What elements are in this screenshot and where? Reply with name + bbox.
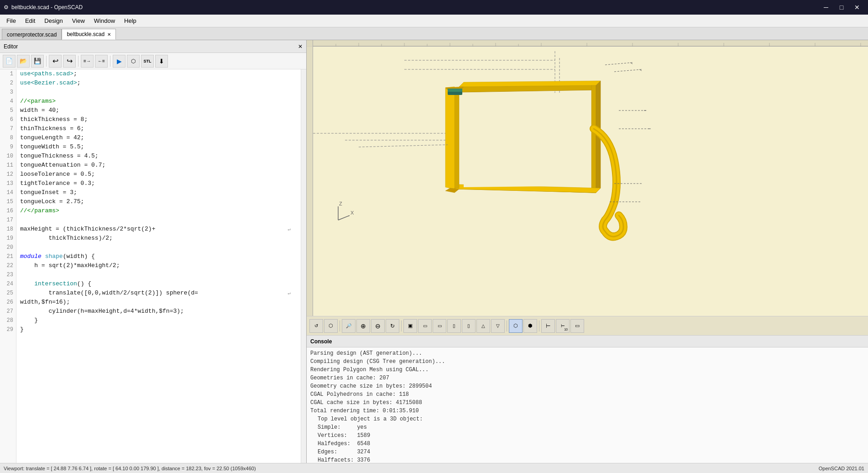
line-num-12: 12 <box>0 170 13 179</box>
console-content: Parsing design (AST generation)... Compi… <box>307 347 868 463</box>
code-line-4: //<params> <box>20 97 297 106</box>
code-line-15: tongueLock = 2.75; <box>20 197 297 206</box>
console-line-4: Geometries in cache: 207 <box>310 374 864 382</box>
unindent-button[interactable]: ←≡ <box>95 55 108 68</box>
line-num-28: 28 <box>0 316 13 325</box>
line-num-4: 4 <box>0 97 13 106</box>
open-button[interactable]: 📂 <box>17 55 30 68</box>
vp-left[interactable]: ▯ <box>447 319 461 333</box>
vp-persp[interactable]: ⊢10 <box>556 319 570 333</box>
vp-rotate[interactable]: ↻ <box>386 319 399 333</box>
new-button[interactable]: 📄 <box>3 55 16 68</box>
editor-close-icon[interactable]: ✕ <box>298 43 303 50</box>
preview-button[interactable]: ▶ <box>113 55 125 68</box>
menu-edit[interactable]: Edit <box>21 16 40 26</box>
statusbar: Viewport: translate = [ 24.88 7.76 6.74 … <box>0 463 868 473</box>
redo-button[interactable]: ↪ <box>63 55 76 68</box>
code-line-14: tongueInset = 3; <box>20 188 297 197</box>
line-num-6: 6 <box>0 115 13 124</box>
vp-back[interactable]: ▭ <box>433 319 446 333</box>
app-icon: ⚙ <box>4 4 9 11</box>
vp-sep-2 <box>401 321 402 331</box>
close-button[interactable]: ✕ <box>850 0 864 15</box>
line-num-8: 8 <box>0 133 13 142</box>
separator-2 <box>78 56 78 67</box>
export-stl-button[interactable]: STL <box>141 55 154 68</box>
menu-design[interactable]: Design <box>40 16 67 26</box>
console-panel: Console Parsing design (AST generation).… <box>307 335 868 463</box>
code-line-23 <box>20 270 297 279</box>
code-line-6: thickThickness = 8; <box>20 115 297 124</box>
code-area: 1 2 3 4 5 6 7 8 9 10 11 12 13 14 15 16 1… <box>0 69 306 463</box>
scroll-track[interactable] <box>301 69 306 463</box>
menu-window[interactable]: Window <box>89 16 120 26</box>
vp-3d-view[interactable]: ⬡ <box>324 319 338 333</box>
undo-button[interactable]: ↩ <box>49 55 62 68</box>
line-num-26: 26 <box>0 298 13 307</box>
separator-3 <box>110 56 110 67</box>
export-button[interactable]: ⬇ <box>155 55 168 68</box>
console-line-7: CGAL cache size in bytes: 41715088 <box>310 399 864 407</box>
code-line-22: h = sqrt(2)*maxHeight/2; <box>20 261 297 270</box>
tab-cornerprotector[interactable]: cornerprotector.scad <box>2 29 62 40</box>
code-line-7: thinThickness = 6; <box>20 124 297 133</box>
code-line-13: tightTolerance = 0.3; <box>20 179 297 188</box>
code-line-28: } <box>20 316 297 325</box>
vp-bottom[interactable]: ▽ <box>491 319 505 333</box>
code-line-19: thickThickness)/2; <box>20 234 297 243</box>
line-num-2: 2 <box>0 79 13 88</box>
line-numbers: 1 2 3 4 5 6 7 8 9 10 11 12 13 14 15 16 1… <box>0 69 16 463</box>
save-button[interactable]: 💾 <box>31 55 44 68</box>
vp-right[interactable]: ▯ <box>462 319 476 333</box>
code-line-5: width = 40; <box>20 106 297 115</box>
vp-sep-3 <box>507 321 507 331</box>
code-line-2: use <Bezier.scad>; <box>20 79 297 88</box>
vp-size[interactable]: ▭ <box>570 319 584 333</box>
3d-viewport[interactable]: X Z ↺ ⬡ 🔎 ⊕ ⊖ ↻ ▣ ▭ ▭ ▯ ▯ △ <box>307 40 868 335</box>
code-line-10: tongueThickness = 4.5; <box>20 152 297 161</box>
render-button[interactable]: ⬡ <box>127 55 140 68</box>
code-line-9: tongueWidth = 5.5; <box>20 142 297 152</box>
code-line-12: looseTolerance = 0.5; <box>20 170 297 179</box>
vp-render-wireframe[interactable]: ⬢ <box>523 319 537 333</box>
vp-top[interactable]: △ <box>476 319 490 333</box>
code-line-24: ▼ intersection() { <box>20 279 297 289</box>
statusbar-viewport-info: Viewport: translate = [ 24.88 7.76 6.74 … <box>4 466 256 471</box>
code-line-8: tongueLength = 42; <box>20 133 297 142</box>
code-line-21: ▼ module shape(width) { <box>20 252 297 261</box>
vp-front[interactable]: ▭ <box>418 319 432 333</box>
vp-ortho[interactable]: ⊢ <box>541 319 555 333</box>
menu-help[interactable]: Help <box>120 16 141 26</box>
tab-beltbuckle[interactable]: beltbuckle.scad ✕ <box>62 29 116 40</box>
vp-view-all[interactable]: ▣ <box>403 319 417 333</box>
vp-reset-view[interactable]: ↺ <box>309 319 323 333</box>
line-num-29: 29 <box>0 325 13 334</box>
titlebar-controls: ─ □ ✕ <box>819 0 864 15</box>
vp-zoom-in[interactable]: ⊕ <box>356 319 370 333</box>
code-line-20 <box>20 243 297 252</box>
vp-zoom-out[interactable]: ⊖ <box>371 319 385 333</box>
line-num-15: 15 <box>0 197 13 206</box>
vp-zoom-sel[interactable]: 🔎 <box>342 319 356 333</box>
ruler-horizontal <box>307 40 868 47</box>
code-line-18: maxHeight = (thickThickness/2*sqrt(2)+ ↵ <box>20 225 297 234</box>
console-line-11: Vertices: 1589 <box>310 431 864 440</box>
vp-render-surfaces[interactable]: ⬡ <box>509 319 523 333</box>
minimize-button[interactable]: ─ <box>819 0 833 15</box>
titlebar: ⚙ beltbuckle.scad - OpenSCAD ─ □ ✕ <box>0 0 868 15</box>
menu-view[interactable]: View <box>68 16 89 26</box>
indent-button[interactable]: ≡→ <box>81 55 94 68</box>
line-num-1: 1 <box>0 69 13 79</box>
console-line-2: Compiling design (CSG Tree generation)..… <box>310 357 864 366</box>
code-editor[interactable]: use <paths.scad>; use <Bezier.scad>; //<… <box>16 69 301 463</box>
line-num-24: 24 <box>0 279 13 289</box>
editor-toolbar: 📄 📂 💾 ↩ ↪ ≡→ ←≡ ▶ ⬡ STL ⬇ <box>0 53 306 69</box>
line-num-10: 10 <box>0 152 13 161</box>
maximize-button[interactable]: □ <box>834 0 849 15</box>
tab-close-beltbuckle[interactable]: ✕ <box>107 32 111 37</box>
code-line-29: } <box>20 325 297 334</box>
titlebar-title: beltbuckle.scad - OpenSCAD <box>11 4 83 11</box>
line-num-7: 7 <box>0 124 13 133</box>
menu-file[interactable]: File <box>2 16 21 26</box>
console-header: Console <box>307 336 868 347</box>
